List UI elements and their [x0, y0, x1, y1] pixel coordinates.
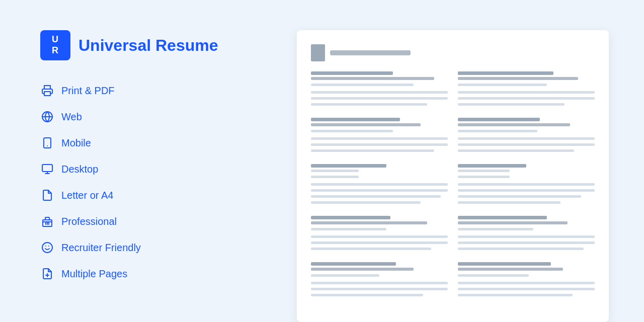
- desktop-icon: [40, 162, 54, 176]
- nav-item-web[interactable]: Web: [40, 105, 242, 129]
- section-4: [311, 216, 448, 255]
- nav-label-letter-a4: Letter or A4: [61, 190, 113, 201]
- resume-name-bar: [330, 50, 411, 55]
- printer-icon: [40, 84, 54, 98]
- nav-item-desktop[interactable]: Desktop: [40, 157, 242, 181]
- svg-rect-0: [44, 92, 50, 96]
- app-title: Universal Resume: [78, 36, 218, 55]
- nav-label-web: Web: [61, 111, 82, 123]
- nav-item-letter-a4[interactable]: Letter or A4: [40, 183, 242, 207]
- resume-body: [311, 71, 595, 308]
- svg-rect-5: [42, 165, 52, 172]
- nav-item-professional[interactable]: Professional: [40, 209, 242, 233]
- section-r4: [458, 216, 595, 255]
- nav-label-desktop: Desktop: [61, 164, 98, 175]
- nav-label-mobile: Mobile: [61, 137, 91, 149]
- right-panel: [272, 0, 644, 322]
- smiley-icon: [40, 240, 54, 255]
- nav-item-multiple-pages[interactable]: Multiple Pages: [40, 262, 242, 286]
- section-r2: [458, 118, 595, 157]
- resume-col-right: [458, 71, 595, 308]
- logo-line1: U: [52, 34, 59, 45]
- globe-icon: [40, 110, 54, 124]
- nav-label-multiple-pages: Multiple Pages: [61, 268, 127, 280]
- section-r5: [458, 262, 595, 301]
- mobile-icon: [40, 136, 54, 150]
- pages-icon: [40, 267, 54, 281]
- section-5: [311, 262, 448, 301]
- left-panel: U R Universal Resume Print & PDF: [0, 0, 272, 306]
- svg-point-13: [42, 243, 52, 253]
- logo-row: U R Universal Resume: [40, 30, 242, 60]
- section-3: [311, 164, 448, 209]
- section-2: [311, 118, 448, 157]
- nav-item-print-pdf[interactable]: Print & PDF: [40, 78, 242, 103]
- nav-label-professional: Professional: [61, 216, 117, 227]
- resume-col-left: [311, 71, 448, 308]
- logo-line2: R: [52, 45, 59, 56]
- nav-list: Print & PDF Web Mobile: [40, 78, 242, 286]
- logo-box: U R: [40, 30, 70, 60]
- nav-label-print-pdf: Print & PDF: [61, 85, 115, 97]
- nav-label-recruiter-friendly: Recruiter Friendly: [61, 242, 141, 254]
- section-r1: [458, 71, 595, 111]
- resume-preview: [297, 30, 609, 322]
- section-r3: [458, 164, 595, 209]
- nav-item-mobile[interactable]: Mobile: [40, 131, 242, 155]
- building-icon: [40, 214, 54, 228]
- section-1: [311, 71, 448, 111]
- file-icon: [40, 188, 54, 202]
- nav-item-recruiter-friendly[interactable]: Recruiter Friendly: [40, 235, 242, 260]
- resume-avatar: [311, 44, 325, 61]
- resume-header: [311, 44, 595, 61]
